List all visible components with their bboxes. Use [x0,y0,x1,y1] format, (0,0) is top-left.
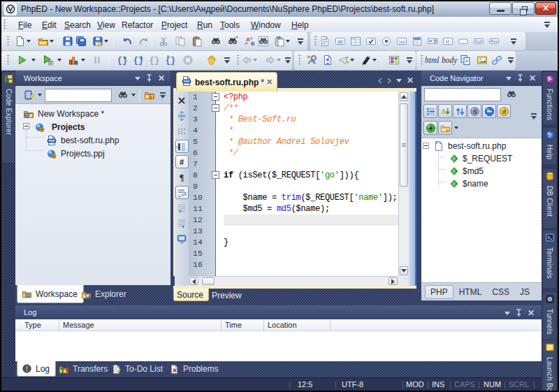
nav-list-button[interactable] [423,104,437,118]
fold-marker-icon[interactable] [212,93,219,101]
pan-hand-icon[interactable] [205,53,219,67]
prev-tab-icon[interactable] [378,78,382,84]
menu-window[interactable]: Window [245,18,286,32]
hidden-field-icon[interactable]: hid [395,34,409,48]
workspace-search-input[interactable] [45,89,112,102]
toolbar-overflow-icon[interactable] [509,38,518,46]
run-icon[interactable] [15,53,29,67]
form-icon[interactable] [318,34,332,48]
toolbar-overflow-icon[interactable] [284,57,293,65]
dropdown-arrow-icon[interactable] [349,53,355,67]
navigator-tab-js[interactable]: JS [515,286,535,298]
fold-marker-icon[interactable] [212,171,219,179]
workspace-find-icon[interactable] [116,88,130,102]
log-title[interactable]: Log ✕ [15,305,542,319]
code-area[interactable]: <?php/** * Best-Soft.ru * * @author Andr… [224,92,398,276]
workspace-title[interactable]: Workspace ✕ [15,71,170,86]
tools-setup-icon[interactable] [305,53,319,67]
toolbar-overflow-icon[interactable] [507,57,516,65]
workspace-tree-item[interactable]: Projects [15,120,170,133]
menu-search[interactable]: Search [59,18,96,32]
open-folder-small-button[interactable] [438,121,452,135]
reset-button-icon[interactable]: Res [487,34,501,48]
toolbar-overflow-icon[interactable] [296,38,305,46]
save-all-icon[interactable] [74,34,88,48]
dropdown-arrow-icon[interactable] [284,34,291,48]
find-in-files-icon[interactable] [256,34,270,48]
navigator-pin-icon[interactable] [517,74,523,82]
copy-icon[interactable] [173,34,187,48]
tab-list-icon[interactable] [396,79,402,82]
word-wrap-icon[interactable] [175,186,189,199]
log-column-type[interactable]: Type [24,321,41,329]
toolbar-overflow-icon[interactable] [223,57,232,65]
push-button-icon[interactable] [456,34,470,48]
navigator-toolbar-overflow-icon[interactable] [530,112,539,121]
submit-button-icon[interactable]: Sub [472,34,486,48]
dropdown-arrow-icon[interactable] [103,34,109,48]
goto-mark-icon[interactable] [175,217,189,230]
navigator-tree-item[interactable]: $_REQUEST [421,152,542,165]
sort-az-button[interactable]: A [438,104,452,118]
navigator-tab-php[interactable]: PHP [425,285,453,299]
toolbar-overflow-icon[interactable] [405,57,414,65]
sort-updown-button[interactable] [453,104,467,118]
workspace-find-dropdown[interactable] [130,88,136,102]
find-icon[interactable] [209,34,223,48]
editor-tab-close-icon[interactable]: ✕ [266,78,273,87]
log-tab-to-do-list[interactable]: To-Do List [107,361,168,377]
navigator-close-icon[interactable]: ✕ [529,74,536,82]
input-text-icon[interactable]: ab [333,34,347,48]
toolbar-grip[interactable] [7,36,10,47]
restore-button[interactable] [512,2,535,15]
workspace-tree-item[interactable]: PHPbest-soft.ru.php [15,133,170,147]
pause-icon[interactable] [90,53,104,67]
workspace-pin-icon[interactable] [146,74,152,82]
dropdown-arrow-icon[interactable] [252,53,258,67]
dock-tab-terminals[interactable]: Terminals [543,231,556,288]
combobox-icon[interactable] [426,34,440,48]
workspace-menu-icon[interactable] [135,77,140,80]
workspace-tab-explorer[interactable]: Explorer [77,285,132,303]
dropdown-arrow-icon[interactable] [25,34,31,48]
editor-close-icon[interactable]: ✕ [407,76,414,85]
dropdown-arrow-icon[interactable] [371,53,377,67]
cut-icon[interactable] [157,34,170,48]
workspace-tree-options-icon[interactable] [22,88,36,102]
filter-minus-button[interactable] [482,104,496,118]
dock-tab-launch-box[interactable]: Launch Box [543,340,556,391]
navigator-title[interactable]: Code Navigator ✕ [421,71,542,86]
log-column-location[interactable]: Location [268,321,297,329]
log-close-icon[interactable]: ✕ [528,309,535,317]
menu-project[interactable]: Project [156,18,193,32]
dock-tab-db-client[interactable]: DB Client [543,169,556,228]
toolbar-grip[interactable] [7,55,10,66]
dropdown-arrow-icon[interactable] [48,34,55,48]
navigator-tab-html[interactable]: HTML [454,286,487,298]
copy-pages-icon[interactable] [458,53,472,67]
log-tab-log[interactable]: Log [17,361,56,377]
undo-icon[interactable] [120,34,134,48]
toolbar-grip[interactable] [298,55,302,66]
palette-icon[interactable] [387,53,401,67]
next-tab-icon[interactable] [387,78,391,84]
fold-new-icon[interactable]: {}* [164,53,177,67]
sync-split-icon[interactable] [175,109,189,122]
save-icon[interactable] [61,34,75,48]
stop-icon[interactable] [181,53,195,67]
dock-tab-help[interactable]: ?Help [543,128,556,164]
log-menu-icon[interactable] [504,312,510,315]
fold-collapse-icon[interactable]: {} [147,53,161,67]
minimize-button[interactable] [489,2,511,15]
tree-expander-icon[interactable] [423,143,429,149]
workspace-tree-item[interactable]: Projects.ppj [15,147,170,160]
menu-help[interactable]: Help [286,18,314,32]
dropdown-arrow-icon[interactable] [30,53,36,67]
editor-tab[interactable]: PHP best-soft.ru.php * ✕ [176,72,277,92]
workspace-tree-options-dropdown[interactable] [36,88,43,102]
profile-icon[interactable] [66,53,80,67]
run-debug-icon[interactable]: D [41,53,55,67]
workspace-tab-workspace[interactable]: Workspace [17,285,84,303]
preview-screen-icon[interactable] [175,232,189,245]
find-next-icon[interactable] [226,34,240,48]
